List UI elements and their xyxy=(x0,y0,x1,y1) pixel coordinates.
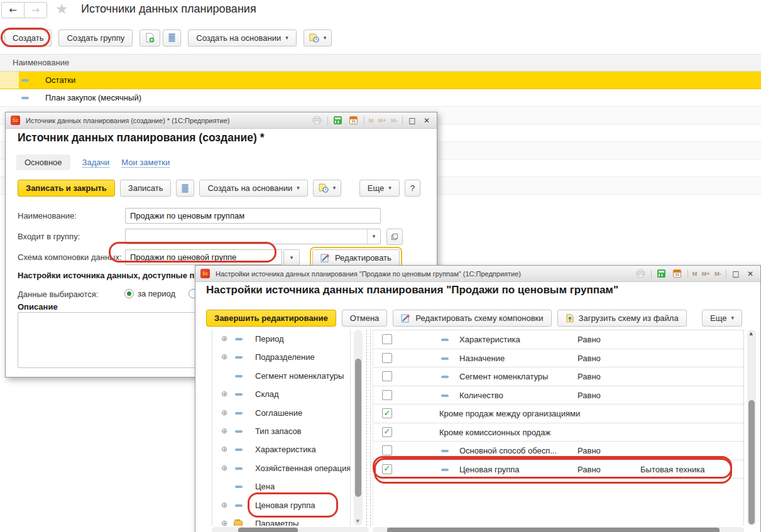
document-actions-dropdown[interactable]: ▾ xyxy=(313,180,342,197)
condition-row[interactable]: Сегмент номенклатуры Равно xyxy=(373,367,743,386)
expand-icon[interactable]: ⊕ xyxy=(221,409,227,416)
conditions-horizontal-scrollbar[interactable] xyxy=(373,527,744,532)
list-row[interactable]: Остатки xyxy=(0,72,761,89)
condition-checkbox[interactable] xyxy=(382,334,392,344)
condition-row[interactable]: ✓ Кроме комиссионных продаж xyxy=(373,423,743,442)
memory-m-minus-button[interactable]: M- xyxy=(391,117,398,124)
upload-file-icon xyxy=(566,313,574,323)
condition-row[interactable]: ✓ Ценовая группа Равно Бытовая техника xyxy=(373,460,743,479)
calendar-icon[interactable]: 31 xyxy=(348,116,359,124)
tab-notes[interactable]: Мои заметки xyxy=(121,158,170,168)
list-settings-button[interactable] xyxy=(163,30,181,46)
tab-tasks[interactable]: Задачи xyxy=(82,158,110,168)
tree-item[interactable]: ⊕ Подразделение xyxy=(212,348,350,366)
radio-period[interactable] xyxy=(124,289,134,298)
list-row[interactable]: План закупок (месячный) xyxy=(0,89,761,107)
condition-checkbox[interactable] xyxy=(382,390,392,400)
create-group-button[interactable]: Создать группу xyxy=(58,30,133,46)
conditions-vertical-scrollbar[interactable]: ▲ xyxy=(747,330,756,526)
calculator-icon[interactable] xyxy=(656,269,667,278)
favorite-star-icon[interactable]: ★ xyxy=(55,1,68,17)
tree-item[interactable]: ⊕ Ценовая группа xyxy=(212,496,350,514)
schema-input[interactable]: Продажи по ценовой группе xyxy=(125,249,282,265)
tree-item[interactable]: ⊕ Тип запасов xyxy=(212,422,350,440)
save-and-close-button[interactable]: Записать и закрыть xyxy=(18,180,115,197)
finish-editing-button[interactable]: Завершить редактирование xyxy=(206,310,336,327)
more-button[interactable]: Еще▾ xyxy=(702,310,742,327)
expand-icon[interactable]: ⊕ xyxy=(221,353,227,361)
load-schema-button[interactable]: Загрузить схему из файла xyxy=(557,310,687,327)
condition-checkbox[interactable] xyxy=(382,371,392,381)
tree-item[interactable]: ⊕ Период xyxy=(212,330,350,348)
print-icon[interactable] xyxy=(635,269,647,278)
condition-row[interactable]: Количество Равно xyxy=(373,386,743,405)
name-input[interactable]: Продажи по ценовым группам xyxy=(125,208,381,224)
calculator-icon[interactable] xyxy=(332,116,344,124)
condition-row[interactable]: Характеристика Равно xyxy=(373,330,743,349)
dropdown-button[interactable]: ▾ xyxy=(367,229,380,244)
close-button[interactable]: ✕ xyxy=(422,116,432,125)
scrollbar-thumb[interactable] xyxy=(387,528,720,532)
expand-icon[interactable]: ⊕ xyxy=(221,335,227,342)
scrollbar-thumb[interactable] xyxy=(355,359,361,497)
scroll-down-icon[interactable]: ▼ xyxy=(356,519,359,524)
calendar-icon[interactable]: 31 xyxy=(672,269,683,278)
group-combobox[interactable]: ▾ xyxy=(125,229,381,244)
memory-m-button[interactable]: M xyxy=(369,117,374,124)
condition-checkbox[interactable]: ✓ xyxy=(382,408,392,418)
memory-m-minus-button[interactable]: M- xyxy=(714,270,721,277)
memory-m-plus-button[interactable]: M+ xyxy=(378,117,386,124)
forward-button[interactable]: → xyxy=(24,2,47,18)
condition-checkbox[interactable]: ✓ xyxy=(382,464,392,474)
maximize-button[interactable]: □ xyxy=(731,269,741,278)
expand-icon[interactable]: ⊕ xyxy=(221,519,227,526)
print-icon[interactable] xyxy=(312,116,323,124)
save-button[interactable]: Записать xyxy=(120,180,172,197)
back-button[interactable]: ← xyxy=(1,2,25,18)
tree-item[interactable]: Сегмент номенклатуры xyxy=(212,367,350,385)
window-titlebar[interactable]: 1с Настройки источника данных планирован… xyxy=(195,266,760,282)
help-button[interactable]: ? xyxy=(405,180,420,197)
tree-horizontal-scrollbar[interactable] xyxy=(212,527,369,532)
condition-checkbox[interactable]: ✓ xyxy=(382,427,392,437)
condition-checkbox[interactable] xyxy=(382,445,392,455)
scrollbar-thumb[interactable] xyxy=(748,400,755,524)
list-column-header[interactable]: Наименование xyxy=(0,54,761,72)
condition-checkbox[interactable] xyxy=(382,353,392,363)
create-copy-button[interactable] xyxy=(140,30,160,46)
tree-vertical-scrollbar[interactable]: ▼ xyxy=(354,330,363,526)
open-group-button[interactable] xyxy=(386,229,403,245)
edit-schema-button[interactable]: Редактировать xyxy=(312,249,400,266)
more-button[interactable]: Еще▾ xyxy=(359,180,400,197)
edit-composition-schema-button[interactable]: Редактировать схему компоновки xyxy=(393,310,551,327)
tree-item[interactable]: ⊕ Склад xyxy=(212,385,350,403)
panel-splitter[interactable] xyxy=(366,330,371,526)
create-based-on-button[interactable]: Создать на основании▾ xyxy=(188,30,296,46)
tree-item[interactable]: ⊕ Характеристика xyxy=(212,440,350,459)
expand-icon[interactable]: ⊕ xyxy=(221,390,227,398)
create-button[interactable]: Создать xyxy=(4,30,52,46)
divider xyxy=(364,116,364,125)
schema-dropdown-button[interactable]: ▾ xyxy=(283,249,300,266)
expand-icon[interactable]: ⊕ xyxy=(221,501,227,509)
tab-main[interactable]: Основное xyxy=(16,155,70,170)
expand-icon[interactable]: ⊕ xyxy=(221,445,227,453)
window-titlebar[interactable]: 1с Источник данных планирования (создани… xyxy=(6,112,437,129)
scroll-up-icon[interactable]: ▲ xyxy=(750,332,753,336)
condition-row[interactable]: Назначение Равно xyxy=(373,349,743,368)
condition-row[interactable]: ✓ Кроме продаж между организациями xyxy=(373,404,743,423)
tree-item[interactable]: ⊕ Хозяйственная операция xyxy=(212,459,350,477)
maximize-button[interactable]: □ xyxy=(407,116,417,125)
tree-item[interactable]: ⊕ Соглашение xyxy=(212,404,350,422)
structure-button[interactable] xyxy=(176,180,194,197)
expand-icon[interactable]: ⊕ xyxy=(221,464,227,472)
document-actions-dropdown[interactable]: ▾ xyxy=(304,30,332,46)
tree-item[interactable]: ⊕ Параметры xyxy=(212,514,350,526)
scrollbar-thumb[interactable] xyxy=(238,528,298,532)
memory-m-button[interactable]: M xyxy=(693,270,698,277)
memory-m-plus-button[interactable]: M+ xyxy=(701,270,709,277)
expand-icon[interactable]: ⊕ xyxy=(221,427,227,435)
cancel-button[interactable]: Отмена xyxy=(342,310,388,327)
create-based-on-button[interactable]: Создать на основании▾ xyxy=(199,180,307,197)
close-button[interactable]: ✕ xyxy=(745,269,755,278)
